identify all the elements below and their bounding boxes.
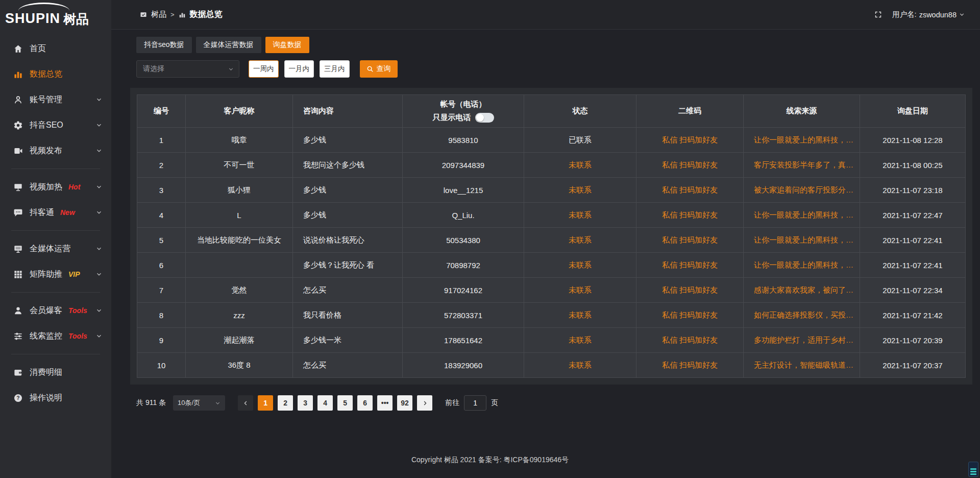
monitor-icon bbox=[13, 244, 23, 254]
page-size-select[interactable]: 10条/页 bbox=[173, 395, 225, 411]
cell-account: 178651642 bbox=[403, 328, 524, 353]
sidebar-item-lead-monitor[interactable]: 线索监控Tools bbox=[0, 323, 111, 349]
cell-qrcode[interactable]: 私信 扫码加好友 bbox=[636, 228, 744, 253]
table-row: 5当地比较能吃的一位美女说说价格让我死心50534380未联系私信 扫码加好友让… bbox=[137, 228, 966, 253]
cell-nickname: 狐小狸 bbox=[186, 178, 293, 203]
cell-qrcode[interactable]: 私信 扫码加好友 bbox=[636, 128, 744, 153]
sidebar-item-label: 数据总览 bbox=[30, 69, 62, 80]
cell-source[interactable]: 让你一眼就爱上的黑科技，能... bbox=[744, 253, 860, 278]
cell-date: 2021-11-07 22:41 bbox=[860, 228, 966, 253]
phone-only-toggle[interactable] bbox=[475, 113, 494, 123]
page-button-92[interactable]: 92 bbox=[397, 395, 412, 411]
cell-qrcode[interactable]: 私信 扫码加好友 bbox=[636, 253, 744, 278]
menu-badge: VIP bbox=[68, 270, 80, 278]
page-button-4[interactable]: 4 bbox=[317, 395, 333, 411]
col-header-content: 咨询内容 bbox=[293, 95, 403, 128]
user-menu[interactable]: 用户名: zswodun88 bbox=[892, 10, 965, 19]
breadcrumb-current: 数据总览 bbox=[190, 9, 223, 20]
cell-nickname: L bbox=[186, 203, 293, 228]
sidebar-item-douyin-seo[interactable]: 抖音SEO bbox=[0, 112, 111, 138]
prev-page-button[interactable] bbox=[238, 395, 253, 411]
cell-status: 已联系 bbox=[524, 128, 636, 153]
sidebar-item-operation-guide[interactable]: ?操作说明 bbox=[0, 385, 111, 411]
range-button-one-month[interactable]: 一月内 bbox=[284, 60, 314, 78]
chevron-down-icon bbox=[96, 271, 102, 277]
cell-source[interactable]: 让你一眼就爱上的黑科技，能... bbox=[744, 228, 860, 253]
sidebar-divider bbox=[11, 292, 100, 293]
cell-nickname: 潮起潮落 bbox=[186, 328, 293, 353]
cell-source[interactable]: 如何正确选择投影仪，买投影... bbox=[744, 303, 860, 328]
breadcrumb-root[interactable]: 树品 bbox=[151, 10, 166, 19]
sidebar-item-data-overview[interactable]: 数据总览 bbox=[0, 61, 111, 87]
sidebar-menu: 首页数据总览账号管理抖音SEO视频发布视频加热Hot抖客通New全媒体运营矩阵助… bbox=[0, 36, 111, 411]
cell-date: 2021-11-08 12:28 bbox=[860, 128, 966, 153]
sidebar-item-doukertong[interactable]: 抖客通New bbox=[0, 200, 111, 225]
search-button[interactable]: 查询 bbox=[360, 60, 398, 78]
col-header-status: 状态 bbox=[524, 95, 636, 128]
sidebar-item-label: 账号管理 bbox=[30, 94, 62, 105]
filter-bar: 请选择 一周内一月内三月内 查询 bbox=[136, 60, 972, 78]
floating-widget-icon[interactable] bbox=[968, 462, 978, 477]
table-row: 7觉然怎么买917024162未联系私信 扫码加好友感谢大家喜欢我家，被问了好.… bbox=[137, 278, 966, 303]
member-icon bbox=[13, 305, 23, 316]
tab-inquiry-data[interactable]: 询盘数据 bbox=[265, 37, 309, 53]
cell-status: 未联系 bbox=[524, 178, 636, 203]
cell-account: love__1215 bbox=[403, 178, 524, 203]
cell-qrcode[interactable]: 私信 扫码加好友 bbox=[636, 303, 744, 328]
sidebar-item-omnimedia-operation[interactable]: 全媒体运营 bbox=[0, 236, 111, 261]
tab-douyin-seo-data[interactable]: 抖音seo数据 bbox=[136, 37, 192, 53]
cell-qrcode[interactable]: 私信 扫码加好友 bbox=[636, 278, 744, 303]
sidebar-item-matrix-boost[interactable]: 矩阵助推VIP bbox=[0, 261, 111, 287]
chevron-down-icon bbox=[228, 66, 234, 72]
range-button-three-months[interactable]: 三月内 bbox=[320, 60, 350, 78]
page-ellipsis[interactable]: ••• bbox=[377, 395, 393, 411]
sidebar-item-video-publish[interactable]: 视频发布 bbox=[0, 138, 111, 163]
menu-badge: Tools bbox=[68, 306, 87, 315]
table-row: 1036度 8怎么买183929060未联系私信 扫码加好友无主灯设计，智能磁吸… bbox=[137, 353, 966, 378]
page-button-5[interactable]: 5 bbox=[337, 395, 353, 411]
next-page-button[interactable] bbox=[417, 395, 432, 411]
cell-source[interactable]: 多功能护栏灯，适用于乡村文... bbox=[744, 328, 860, 353]
cell-source[interactable]: 无主灯设计，智能磁吸轨道灯... bbox=[744, 353, 860, 378]
table-body: 1哦章多少钱9583810已联系私信 扫码加好友让你一眼就爱上的黑科技，能...… bbox=[137, 128, 966, 378]
logo-text-en: SHUPIN bbox=[5, 12, 60, 26]
fullscreen-icon[interactable] bbox=[874, 11, 882, 18]
goto-page-input[interactable] bbox=[464, 395, 486, 411]
cell-id: 3 bbox=[137, 178, 186, 203]
cell-qrcode[interactable]: 私信 扫码加好友 bbox=[636, 353, 744, 378]
sidebar-item-video-boost[interactable]: 视频加热Hot bbox=[0, 174, 111, 200]
cell-qrcode[interactable]: 私信 扫码加好友 bbox=[636, 153, 744, 178]
chevron-right-icon bbox=[422, 400, 428, 406]
cell-source[interactable]: 感谢大家喜欢我家，被问了好... bbox=[744, 278, 860, 303]
cell-source[interactable]: 被大家追着问的客厅投影分享... bbox=[744, 178, 860, 203]
cell-account: 9583810 bbox=[403, 128, 524, 153]
page-button-6[interactable]: 6 bbox=[357, 395, 373, 411]
cell-content: 我想问这个多少钱 bbox=[293, 153, 403, 178]
tab-omnimedia-data[interactable]: 全媒体运营数据 bbox=[196, 37, 261, 53]
sidebar-item-member-burst[interactable]: 会员爆客Tools bbox=[0, 298, 111, 323]
page-button-2[interactable]: 2 bbox=[278, 395, 293, 411]
cell-source[interactable]: 让你一眼就爱上的黑科技，能... bbox=[744, 128, 860, 153]
cell-qrcode[interactable]: 私信 扫码加好友 bbox=[636, 178, 744, 203]
cell-status: 未联系 bbox=[524, 353, 636, 378]
cell-nickname: 36度 8 bbox=[186, 353, 293, 378]
sidebar-item-account-management[interactable]: 账号管理 bbox=[0, 87, 111, 112]
cell-content: 我只看价格 bbox=[293, 303, 403, 328]
cell-content: 多少钱 bbox=[293, 178, 403, 203]
cell-content: 说说价格让我死心 bbox=[293, 228, 403, 253]
sidebar-item-expense-detail[interactable]: 消费明细 bbox=[0, 360, 111, 385]
cell-source[interactable]: 让你一眼就爱上的黑科技，能... bbox=[744, 203, 860, 228]
cell-status: 未联系 bbox=[524, 278, 636, 303]
page-button-3[interactable]: 3 bbox=[298, 395, 313, 411]
help-icon: ? bbox=[13, 393, 23, 403]
page-button-1[interactable]: 1 bbox=[258, 395, 273, 411]
svg-text:?: ? bbox=[16, 395, 19, 401]
cell-qrcode[interactable]: 私信 扫码加好友 bbox=[636, 203, 744, 228]
range-button-one-week[interactable]: 一周内 bbox=[249, 60, 279, 78]
sidebar-item-home[interactable]: 首页 bbox=[0, 36, 111, 61]
table-row: 2不可一世我想问这个多少钱2097344839未联系私信 扫码加好友客厅安装投影… bbox=[137, 153, 966, 178]
chevron-down-icon bbox=[215, 400, 220, 406]
cell-qrcode[interactable]: 私信 扫码加好友 bbox=[636, 328, 744, 353]
filter-select[interactable]: 请选择 bbox=[136, 60, 239, 78]
cell-source[interactable]: 客厅安装投影半年多了，真实... bbox=[744, 153, 860, 178]
